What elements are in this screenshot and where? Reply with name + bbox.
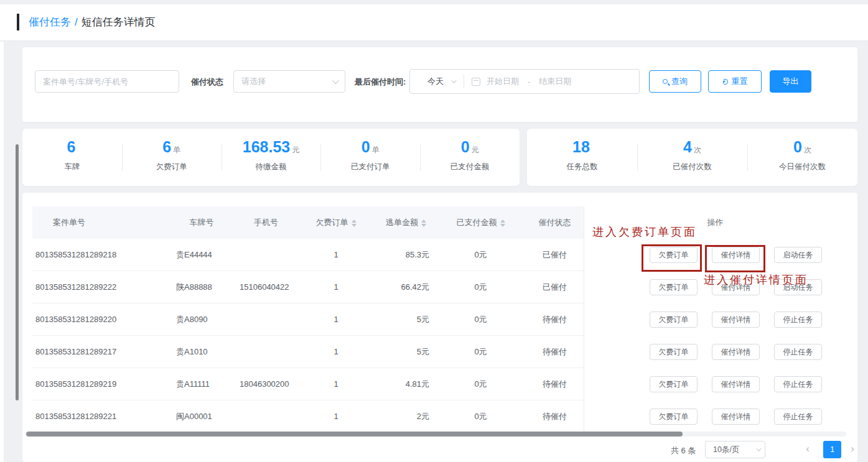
unpaid-orders-button[interactable]: 欠费订单 <box>650 279 698 295</box>
sort-caret-icon[interactable] <box>500 219 505 227</box>
status-select-placeholder: 请选择 <box>241 76 332 87</box>
stat-value: 168.53 <box>243 138 290 156</box>
time-filter-label: 最后催付时间: <box>355 76 406 88</box>
stat-unit: 次 <box>694 146 701 154</box>
chevron-down-icon <box>756 446 761 451</box>
stat-total-tasks: 18 任务总数 <box>527 129 637 186</box>
task-toggle-button[interactable]: 停止任务 <box>774 376 822 392</box>
cell-paid-amount: 0元 <box>436 271 526 303</box>
breadcrumb-parent-link[interactable]: 催付任务 <box>29 16 71 28</box>
stat-unpaid-orders: 6单 欠费订单 <box>122 129 222 186</box>
stat-value: 6 <box>162 138 171 156</box>
stat-paid-orders: 0单 已支付订单 <box>320 129 420 186</box>
column-header-amount: 逃单金额 <box>376 206 436 239</box>
filter-panel: 催付状态 请选择 最后催付时间: 今天 开始日期 - 结束日期 查询 重置 导出 <box>22 47 857 122</box>
column-header-unpaid-orders: 欠费订单 <box>296 206 376 239</box>
reset-button-label: 重置 <box>732 76 748 87</box>
stat-reminded-times: 4次 已催付次数 <box>637 129 747 186</box>
page-vertical-scrollbar[interactable] <box>16 144 19 400</box>
breadcrumb: 催付任务/短信任务详情页 <box>29 15 156 29</box>
stat-today-reminded-times: 0次 今日催付次数 <box>747 129 857 186</box>
stat-value: 0 <box>793 138 802 156</box>
keyword-input[interactable] <box>35 70 179 93</box>
column-header-case-no: 案件单号 <box>32 206 167 239</box>
stat-unit: 次 <box>804 146 811 154</box>
cell-amount: 66.42元 <box>376 271 436 303</box>
cell-case-no: 801358531281289222 <box>32 271 167 303</box>
task-toggle-button[interactable]: 停止任务 <box>774 344 822 360</box>
page-size-select[interactable]: 10条/页 <box>705 441 765 458</box>
stat-label: 欠费订单 <box>122 162 222 172</box>
prev-page-button[interactable]: ‹ <box>799 441 816 458</box>
stat-pending-amount: 168.53元 待缴金额 <box>222 129 321 186</box>
cell-amount: 85.3元 <box>376 239 436 271</box>
cell-amount: 4.81元 <box>376 368 436 400</box>
column-header-phone: 手机号 <box>236 206 296 239</box>
unpaid-orders-button[interactable]: 欠费订单 <box>650 376 698 392</box>
breadcrumb-separator: / <box>75 16 78 28</box>
annotation-enter-unpaid-orders: 进入欠费订单页面 <box>592 224 697 239</box>
date-preset-select[interactable]: 今天 <box>427 76 444 87</box>
cell-paid-amount: 0元 <box>436 303 526 336</box>
divider <box>464 75 464 88</box>
stat-unit: 元 <box>292 146 299 154</box>
sort-caret-icon[interactable] <box>421 219 426 227</box>
cell-amount: 5元 <box>376 336 436 368</box>
status-filter-label: 催付状态 <box>191 76 223 88</box>
search-button[interactable]: 查询 <box>649 70 701 93</box>
task-toggle-button[interactable]: 停止任务 <box>774 409 822 425</box>
annotation-box-reminder-detail-button <box>705 245 765 272</box>
next-page-button[interactable]: › <box>844 441 861 458</box>
column-header-status: 催付状态 <box>526 206 584 239</box>
date-range-picker[interactable]: 今天 开始日期 - 结束日期 <box>409 69 640 94</box>
cell-plate: 贵A8090 <box>167 303 236 336</box>
current-page-button[interactable]: 1 <box>823 441 841 458</box>
cell-status: 待催付 <box>526 336 584 368</box>
cell-phone: 15106040422 <box>236 271 296 303</box>
breadcrumb-bar: 催付任务/短信任务详情页 <box>0 4 868 41</box>
cell-paid-amount: 0元 <box>436 368 526 400</box>
reminder-detail-button[interactable]: 催付详情 <box>712 409 760 425</box>
sort-caret-icon[interactable] <box>352 219 357 227</box>
cell-unpaid-orders: 1 <box>296 271 376 303</box>
task-toggle-button[interactable]: 启动任务 <box>774 247 822 263</box>
date-range-separator: - <box>528 77 530 86</box>
unpaid-orders-button[interactable]: 欠费订单 <box>650 344 698 360</box>
stat-label: 已催付次数 <box>637 162 747 172</box>
unpaid-orders-button[interactable]: 欠费订单 <box>650 312 698 328</box>
table-header-row: 案件单号 车牌号 手机号 欠费订单 逃单金额 已支付金额 催付状态 操作 <box>32 206 846 239</box>
stat-unit: 元 <box>472 146 479 154</box>
stat-value: 4 <box>683 138 692 156</box>
reminder-detail-button[interactable]: 催付详情 <box>712 344 760 360</box>
task-toggle-button[interactable]: 停止任务 <box>774 312 822 328</box>
export-button[interactable]: 导出 <box>770 70 811 93</box>
end-date-input[interactable]: 结束日期 <box>539 76 571 87</box>
cell-unpaid-orders: 1 <box>296 303 376 336</box>
stat-label: 待缴金额 <box>222 162 321 172</box>
stat-unit: 单 <box>372 146 380 154</box>
task-stats-card: 18 任务总数 4次 已催付次数 0次 今日催付次数 <box>527 129 857 186</box>
reset-button[interactable]: 重置 <box>708 70 762 93</box>
chevron-down-icon <box>451 78 456 83</box>
reset-icon <box>722 79 728 85</box>
search-button-label: 查询 <box>671 76 688 87</box>
page-title: 短信任务详情页 <box>82 16 156 28</box>
stat-label: 任务总数 <box>527 162 637 172</box>
table-horizontal-scrollbar[interactable] <box>26 432 683 437</box>
reminder-detail-button[interactable]: 催付详情 <box>712 376 760 392</box>
column-header-label: 逃单金额 <box>386 218 418 227</box>
cell-plate: 闽A00001 <box>167 400 236 433</box>
reminder-detail-button[interactable]: 催付详情 <box>712 312 760 328</box>
cell-status: 已催付 <box>526 239 584 271</box>
cell-actions: 欠费订单 催付详情 停止任务 <box>584 400 846 433</box>
order-stats-card: 6 车牌 6单 欠费订单 168.53元 待缴金额 0单 已支付订单 0元 已支… <box>22 129 520 186</box>
pagination: 共 6 条 10条/页 ‹ 1 › <box>22 441 857 460</box>
cell-phone <box>236 400 296 433</box>
cell-case-no: 801358531281289218 <box>32 239 167 271</box>
cell-unpaid-orders: 1 <box>296 400 376 433</box>
annotation-enter-reminder-detail: 进入催付详情页面 <box>704 272 808 287</box>
unpaid-orders-button[interactable]: 欠费订单 <box>650 409 698 425</box>
start-date-input[interactable]: 开始日期 <box>487 76 519 87</box>
cell-unpaid-orders: 1 <box>296 336 376 368</box>
status-select[interactable]: 请选择 <box>233 70 345 93</box>
